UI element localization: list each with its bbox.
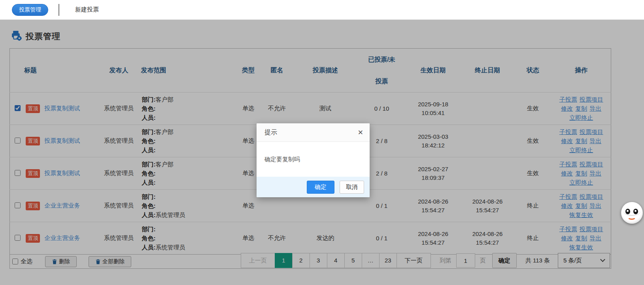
- cancel-button[interactable]: 取消: [340, 181, 364, 194]
- tab-new-vote[interactable]: 新建投票: [75, 6, 99, 13]
- dialog-body: 确定要复制吗: [257, 142, 370, 177]
- confirm-button[interactable]: 确定: [307, 181, 334, 194]
- dialog-header: 提示 ✕: [257, 123, 370, 142]
- close-icon[interactable]: ✕: [358, 128, 363, 137]
- robot-face-icon[interactable]: [621, 202, 643, 224]
- top-tab-bar: 投票管理 新建投票: [0, 0, 644, 20]
- confirm-dialog: 提示 ✕ 确定要复制吗 确定 取消: [257, 123, 370, 197]
- dialog-footer: 确定 取消: [257, 177, 370, 197]
- tab-vote-management[interactable]: 投票管理: [12, 4, 48, 16]
- dialog-message: 确定要复制吗: [264, 156, 300, 163]
- dialog-title: 提示: [264, 128, 277, 137]
- tab-divider: [59, 4, 59, 16]
